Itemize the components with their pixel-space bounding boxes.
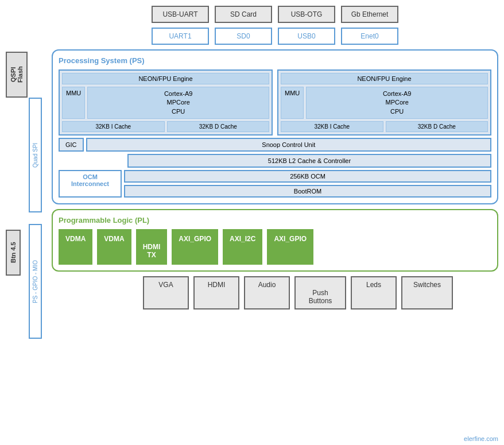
processing-system-box: Processing System (PS) NEON/FPU Engine M… xyxy=(52,49,498,204)
btn45-label: Btn 4.5 xyxy=(6,230,21,276)
sd-card-box: SD Card xyxy=(215,6,272,23)
uart1-box: UART1 xyxy=(152,28,209,45)
push-buttons-box: Push Buttons xyxy=(294,276,346,309)
cpu-cores-row: NEON/FPU Engine MMU Cortex-A9 MPCore CPU… xyxy=(59,69,491,136)
cache-row-1: 32KB I Cache 32KB D Cache xyxy=(62,121,269,132)
cpu-core-1: NEON/FPU Engine MMU Cortex-A9 MPCore CPU… xyxy=(59,69,273,136)
cpu-core-2: NEON/FPU Engine MMU Cortex-A9 MPCore CPU… xyxy=(277,69,491,136)
programmable-logic-box: Programmable Logic (PL) VDMA VDMA HDMI T… xyxy=(52,209,498,272)
ps-label: Processing System (PS) xyxy=(59,56,491,65)
sd0-box: SD0 xyxy=(215,28,272,45)
axi-gpio-1-box: AXI_GPIO xyxy=(172,229,218,265)
pl-label: Programmable Logic (PL) xyxy=(59,216,491,225)
leds-box: Leds xyxy=(351,276,397,309)
l2-cache-box: 512KB L2 Cache & Controller xyxy=(127,154,491,168)
l2-cache-row: 512KB L2 Cache & Controller xyxy=(127,154,491,168)
vdma-1-box: VDMA xyxy=(59,229,92,265)
gic-box: GIC xyxy=(59,138,84,152)
icache-1: 32KB I Cache xyxy=(62,121,165,132)
snoop-box: Snoop Control Unit xyxy=(86,138,491,152)
ocm-256-box: 256KB OCM xyxy=(124,170,491,183)
diagram-container: QSPI Flash Btn 4.5 Quad SPI PS - GPIO - … xyxy=(0,0,504,445)
watermark: elerfine.com xyxy=(464,435,498,442)
audio-box: Audio xyxy=(244,276,290,309)
cpu-core-1-middle: MMU Cortex-A9 MPCore CPU xyxy=(62,87,269,119)
gic-snoop-row: GIC Snoop Control Unit xyxy=(59,138,491,152)
dcache-1: 32KB D Cache xyxy=(167,121,270,132)
ocm-right: 256KB OCM BootROM xyxy=(124,170,491,198)
mmu-1: MMU xyxy=(62,87,85,119)
icache-2: 32KB I Cache xyxy=(281,121,383,132)
qspi-flash-label: QSPI Flash xyxy=(6,52,28,98)
cortex-1: Cortex-A9 MPCore CPU xyxy=(87,87,269,119)
neon-fpu-2: NEON/FPU Engine xyxy=(281,73,488,84)
mmu-2: MMU xyxy=(281,87,304,119)
bootrom-box: BootROM xyxy=(124,185,491,198)
top-peripherals: USB-UART SD Card USB-OTG Gb Ethernet xyxy=(52,6,498,23)
usb-otg-box: USB-OTG xyxy=(278,6,335,23)
cortex-2: Cortex-A9 MPCore CPU xyxy=(306,87,488,119)
cache-row-2: 32KB I Cache 32KB D Cache xyxy=(281,121,488,132)
bottom-peripherals: VGA HDMI Audio Push Buttons Leds Switche… xyxy=(98,276,498,309)
ocm-interconnect-box: OCM Interconnect xyxy=(59,170,122,198)
switches-box: Switches xyxy=(401,276,453,309)
ps-gpio-mio-label: PS - GPIO - MIO xyxy=(29,224,42,339)
cpu-core-2-middle: MMU Cortex-A9 MPCore CPU xyxy=(281,87,488,119)
usb0-box: USB0 xyxy=(278,28,335,45)
pl-blocks: VDMA VDMA HDMI TX AXI_GPIO AXI_I2C AXI_G… xyxy=(59,229,491,265)
vga-box: VGA xyxy=(143,276,189,309)
dcache-2: 32KB D Cache xyxy=(386,121,489,132)
axi-gpio-2-box: AXI_GPIO xyxy=(267,229,313,265)
ocm-row: OCM Interconnect 256KB OCM BootROM xyxy=(59,170,491,198)
neon-fpu-1: NEON/FPU Engine xyxy=(62,73,269,84)
hdmi-tx-box: HDMI TX xyxy=(136,229,168,265)
ps-inner: NEON/FPU Engine MMU Cortex-A9 MPCore CPU… xyxy=(59,69,491,198)
main-content: Processing System (PS) NEON/FPU Engine M… xyxy=(52,49,498,309)
quad-spi-label: Quad SPI xyxy=(29,98,42,212)
enet0-box: Enet0 xyxy=(341,28,398,45)
hdmi-box: HDMI xyxy=(193,276,239,309)
usb-uart-box: USB-UART xyxy=(152,6,209,23)
gb-ethernet-box: Gb Ethernet xyxy=(341,6,398,23)
interface-row: UART1 SD0 USB0 Enet0 xyxy=(52,28,498,45)
vdma-2-box: VDMA xyxy=(97,229,131,265)
axi-i2c-box: AXI_I2C xyxy=(223,229,262,265)
